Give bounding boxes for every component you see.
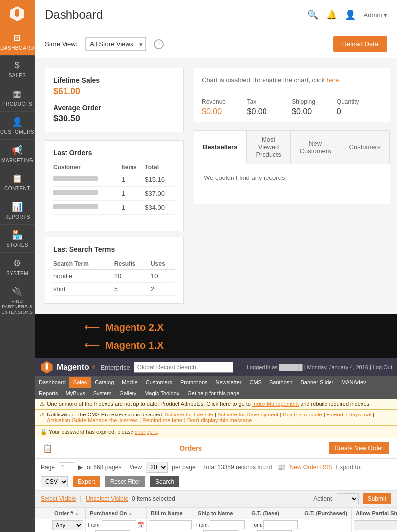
search-orders-button[interactable]: Search: [150, 476, 179, 487]
page-input[interactable]: [59, 462, 74, 472]
extend-trial-link[interactable]: Extend 7 days trial: [327, 412, 372, 417]
activation-guide-link[interactable]: Activation Guide: [47, 417, 86, 423]
search-icon[interactable]: 🔍: [307, 9, 318, 20]
col-results: Results: [114, 258, 151, 270]
page-arrow[interactable]: ▶: [78, 464, 83, 471]
last-order-row: 1 $34.00: [53, 201, 175, 215]
products-icon: ▦: [13, 88, 22, 99]
m1-nav-item-2[interactable]: Catalog: [91, 377, 118, 388]
tab-most-viewed-products[interactable]: Most Viewed Products: [247, 131, 290, 164]
header-actions: 🔍 🔔 👤 Admin ▾: [307, 9, 387, 20]
orders-toolbar: Page ▶ of 668 pages View 20 per page Tot…: [35, 459, 397, 491]
gt-base-to[interactable]: [257, 530, 292, 532]
date-to-input[interactable]: [95, 530, 130, 532]
m1-notif-2: ⚠ Notification: The CMS Pro extension is…: [35, 410, 397, 426]
buy-module-link[interactable]: Buy this module: [283, 412, 322, 417]
m1-logo-icon: [40, 360, 54, 374]
actions-row: Select Visible | Unselect Visible 0 item…: [35, 491, 397, 507]
tab-customers[interactable]: Customers: [340, 131, 390, 164]
filter-any-select[interactable]: Any: [52, 520, 83, 530]
orders-title: Orders: [179, 444, 202, 452]
tabs-header: BestsellersMost Viewed ProductsNew Custo…: [194, 131, 390, 164]
m1-nav-item-5[interactable]: Promotions: [176, 377, 212, 388]
m1-nav-item-14[interactable]: Gallery: [115, 388, 140, 399]
m1-nav-item-9[interactable]: Banner Slider: [296, 377, 337, 388]
gt-base-from[interactable]: [263, 520, 298, 529]
orders-icon: 📋: [43, 444, 53, 453]
page-title: Dashboard: [45, 8, 103, 22]
m1-nav-item-12[interactable]: MyBuys: [62, 388, 89, 399]
ship-to-input[interactable]: [203, 530, 238, 532]
main-content: Dashboard 🔍 🔔 👤 Admin ▾ Store View: All …: [35, 0, 397, 532]
remind-later-link[interactable]: Remind me later: [142, 417, 183, 423]
total-records: Total 13359 records found: [203, 464, 272, 471]
metric-item: Shipping $0.00: [292, 98, 337, 116]
th-order-num[interactable]: Order #: [50, 508, 86, 519]
actions-select[interactable]: [337, 493, 359, 504]
user-icon[interactable]: 👤: [345, 9, 356, 20]
index-mgmt-link[interactable]: Index Management: [252, 401, 299, 407]
th-purchased-on[interactable]: Purchased On: [86, 508, 147, 519]
sidebar-item-extensions[interactable]: 🔌 Find Partners & Extensions: [0, 281, 35, 319]
m1-nav-item-10[interactable]: MANAdev: [337, 377, 370, 388]
tabs-content: We couldn't find any records.: [194, 164, 390, 204]
m1-nav-item-1[interactable]: Sales: [69, 377, 91, 388]
activate-dev-link[interactable]: Activate for Development: [217, 412, 278, 417]
m1-nav-item-11[interactable]: Reports: [35, 388, 62, 399]
filter-partial-select[interactable]: [354, 520, 397, 530]
chart-link[interactable]: here: [327, 76, 339, 84]
m1-nav-item-15[interactable]: Magic Toolbox: [140, 388, 183, 399]
sidebar-item-products[interactable]: ▦ Products: [0, 83, 35, 112]
change-password-link[interactable]: change it: [135, 429, 157, 435]
sidebar-item-reports[interactable]: 📊 Reports: [0, 196, 35, 225]
m1-nav-item-13[interactable]: System: [89, 388, 116, 399]
sidebar-item-marketing[interactable]: 📢 Marketing: [0, 140, 35, 168]
filter-bill-input[interactable]: [149, 520, 192, 529]
bell-icon[interactable]: 🔔: [326, 9, 337, 20]
sidebar-item-content[interactable]: 📋 Content: [0, 168, 35, 196]
export-button[interactable]: Export: [73, 476, 100, 487]
reload-button[interactable]: Reload Data: [333, 36, 387, 52]
help-icon[interactable]: ?: [154, 39, 164, 49]
submit-button[interactable]: Submit: [363, 493, 391, 504]
overlay-section: ⟵ Magento 2.X ⟵ Magento 1.X: [35, 314, 397, 358]
m1-nav-item-3[interactable]: Mobile: [118, 377, 141, 388]
th-gt-purchased: G.T. (Purchased): [300, 508, 352, 519]
date-from-input[interactable]: [102, 520, 136, 529]
activate-live-link[interactable]: Activate for Live site: [165, 412, 213, 417]
extensions-icon: 🔌: [12, 286, 23, 297]
m1-nav-item-7[interactable]: CMS: [245, 377, 265, 388]
col-uses: Uses: [151, 258, 175, 270]
cal-from-icon[interactable]: 📅: [137, 522, 144, 528]
m1-nav-item-6[interactable]: Newsletter: [212, 377, 246, 388]
last-orders-table: Customer Items Total 1 $15.16 1 $37.00 1…: [53, 162, 175, 215]
sidebar-item-customers[interactable]: 👤 Customers: [0, 112, 35, 140]
sidebar-item-system[interactable]: ⚙ System: [0, 253, 35, 281]
per-page-select[interactable]: 20: [146, 462, 168, 473]
tab-bestsellers[interactable]: Bestsellers: [194, 131, 247, 164]
reset-filter-button[interactable]: Reset Filter: [105, 476, 145, 487]
dont-display-link[interactable]: Don't display this message: [187, 417, 252, 423]
user-label[interactable]: Admin ▾: [364, 11, 387, 19]
manage-licenses-link[interactable]: Manage the licenses: [88, 417, 138, 423]
select-visible-link[interactable]: Select Visible: [41, 495, 76, 502]
rss-link[interactable]: New Order RSS: [289, 464, 332, 471]
m1-nav-item-4[interactable]: Customers: [142, 377, 176, 388]
unselect-visible-link[interactable]: Unselect Visible: [86, 495, 128, 502]
dashboard-icon: ⊞: [13, 32, 21, 43]
create-order-button[interactable]: Create New Order: [329, 442, 389, 454]
sales-icon: $: [15, 60, 20, 71]
m1-nav-item-0[interactable]: Dashboard: [35, 377, 69, 388]
store-view-select[interactable]: All Store Views: [85, 37, 146, 51]
m1-nav-item-16[interactable]: Get help for this page: [183, 388, 243, 399]
tab-new-customers[interactable]: New Customers: [291, 131, 340, 164]
sidebar-item-sales[interactable]: $ Sales: [0, 56, 35, 83]
export-format-select[interactable]: CSV: [41, 476, 68, 487]
ship-from-input[interactable]: [210, 520, 245, 529]
m1-search-input[interactable]: [134, 362, 233, 373]
sidebar-item-stores[interactable]: 🏪 Stores: [0, 225, 35, 253]
m1-nav-item-8[interactable]: Santhosh: [265, 377, 296, 388]
left-panel: Lifetime Sales $61.00 Average Order $30.…: [35, 58, 194, 314]
sidebar-item-dashboard[interactable]: ⊞ Dashboard: [0, 27, 35, 56]
search-terms-table: Search Term Results Uses hoodie2010shirt…: [53, 258, 175, 296]
